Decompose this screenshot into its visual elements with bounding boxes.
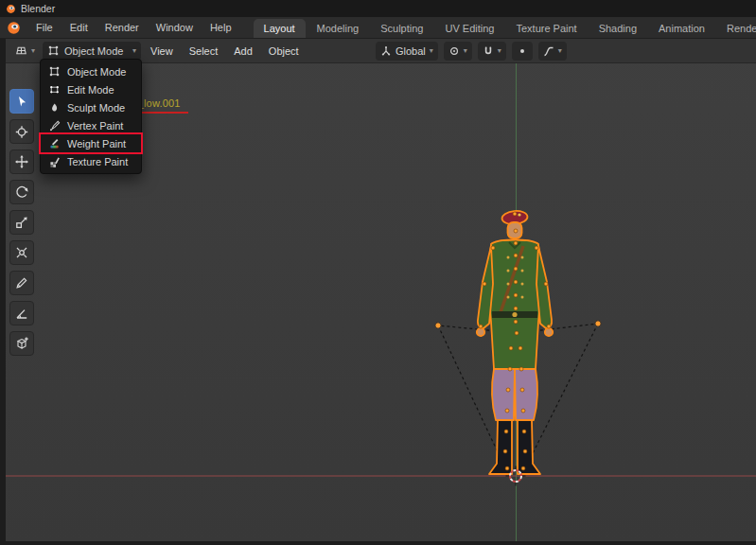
tool-scale[interactable] [9, 210, 34, 235]
scale-icon [14, 215, 29, 230]
menu-file[interactable]: File [27, 17, 62, 38]
mode-dropdown-label: Object Mode [64, 45, 128, 57]
workspace-tabs: Layout Modeling Sculpting UV Editing Tex… [254, 17, 756, 38]
tool-measure[interactable] [9, 301, 34, 325]
header-transform-controls: Global ▾ ▾ ▾ [376, 42, 567, 61]
edit-mode-icon [48, 83, 61, 96]
move-icon [14, 154, 29, 169]
tool-transform[interactable] [9, 240, 34, 265]
window-titlebar: Blender [0, 0, 756, 17]
mode-select-menu: Object Mode Edit Mode Sculpt Mode Vertex… [40, 59, 142, 174]
texture-paint-icon [48, 155, 61, 167]
tab-rendering[interactable]: Rendering [716, 19, 756, 38]
orientation-gizmo-icon [380, 45, 392, 57]
menu-item-label: Weight Paint [67, 138, 126, 149]
menu-item-label: Texture Paint [67, 156, 128, 167]
select-cursor-icon [14, 94, 29, 109]
measure-icon [14, 306, 29, 321]
menu-edit[interactable]: Edit [62, 17, 97, 38]
menu-add[interactable]: Add [227, 41, 259, 62]
menu-select[interactable]: Select [183, 41, 225, 62]
menu-item-label: Edit Mode [67, 84, 114, 96]
tool-cursor[interactable] [9, 119, 34, 144]
tool-move[interactable] [9, 149, 34, 174]
menu-item-edit-mode[interactable]: Edit Mode [41, 80, 141, 98]
tab-texture-paint[interactable]: Texture Paint [505, 19, 587, 38]
tool-rotate[interactable] [9, 180, 34, 204]
proportional-falloff-dropdown[interactable]: ▾ [538, 42, 567, 61]
pencil-icon [14, 275, 29, 290]
object-mode-icon [48, 65, 61, 78]
snap-toggle-dropdown[interactable]: ▾ [478, 42, 506, 61]
rotate-icon [14, 185, 29, 200]
tab-shading[interactable]: Shading [589, 19, 647, 38]
blender-app-menu-button[interactable] [0, 17, 27, 38]
armature-target-right [595, 321, 601, 326]
add-cube-icon [14, 336, 29, 351]
chevron-down-icon: ▾ [430, 47, 433, 55]
tab-sculpting[interactable]: Sculpting [370, 19, 433, 38]
pivot-point-dropdown[interactable]: ▾ [444, 42, 472, 61]
tab-layout[interactable]: Layout [254, 19, 306, 38]
tool-annotate[interactable] [9, 271, 34, 295]
menu-item-vertex-paint[interactable]: Vertex Paint [41, 116, 141, 134]
pivot-point-icon [448, 45, 460, 57]
tool-select-box[interactable] [9, 89, 34, 114]
chevron-down-icon: ▾ [498, 47, 501, 55]
menu-item-texture-paint[interactable]: Texture Paint [41, 152, 141, 170]
blender-logo-icon [7, 21, 21, 35]
character-model [477, 210, 553, 474]
sculpt-mode-icon [48, 101, 61, 114]
transform-orientation-dropdown[interactable]: Global ▾ [376, 42, 438, 61]
menu-item-sculpt-mode[interactable]: Sculpt Mode [41, 98, 141, 116]
chevron-down-icon: ▾ [132, 47, 136, 55]
proportional-dot-icon [518, 46, 527, 56]
menu-view[interactable]: View [144, 41, 180, 62]
falloff-curve-icon [543, 45, 554, 57]
weight-paint-icon [48, 137, 61, 149]
menu-item-label: Sculpt Mode [67, 102, 125, 114]
menu-help[interactable]: Help [202, 17, 240, 38]
mode-dropdown-button[interactable]: Object Mode ▾ [43, 42, 141, 61]
window-title: Blender [21, 3, 55, 14]
tool-add-cube[interactable] [9, 331, 34, 356]
transform-icon [14, 245, 29, 260]
tab-animation[interactable]: Animation [648, 19, 715, 38]
object-mode-icon [47, 44, 60, 57]
chevron-down-icon: ▾ [558, 47, 562, 55]
3d-cursor-icon [14, 124, 29, 139]
menu-item-label: Object Mode [67, 66, 126, 78]
chevron-down-icon: ▾ [464, 47, 467, 55]
vertex-paint-icon [48, 119, 61, 132]
orientation-label: Global [396, 45, 426, 57]
topbar: File Edit Render Window Help Layout Mode… [0, 17, 756, 39]
tab-modeling[interactable]: Modeling [307, 19, 370, 38]
proportional-editing-toggle[interactable] [512, 42, 533, 61]
tab-uv-editing[interactable]: UV Editing [434, 19, 504, 38]
menu-item-object-mode[interactable]: Object Mode [41, 62, 141, 80]
editor-type-button[interactable]: ▾ [9, 42, 40, 61]
armature-target-left [435, 323, 441, 328]
magnet-icon [483, 45, 494, 57]
editor-3d-viewport-icon [14, 44, 28, 58]
menu-window[interactable]: Window [148, 17, 202, 38]
menu-object[interactable]: Object [262, 41, 306, 62]
blender-logo-icon [6, 4, 16, 14]
menu-item-label: Vertex Paint [67, 120, 123, 132]
menu-item-weight-paint[interactable]: Weight Paint [41, 134, 141, 152]
menu-render[interactable]: Render [97, 17, 148, 38]
chevron-down-icon: ▾ [31, 47, 35, 55]
